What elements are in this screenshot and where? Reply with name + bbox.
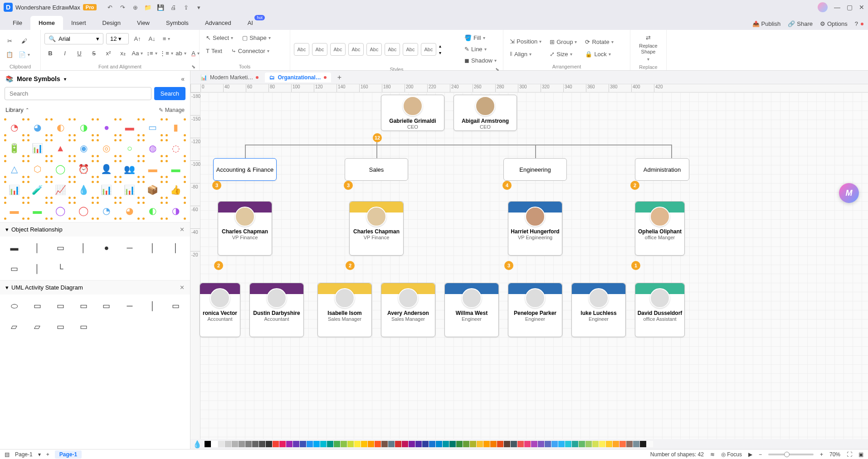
page-tab[interactable]: Page-1 — [55, 450, 82, 459]
org-node-vp[interactable]: Charles Chapman VP Finance — [218, 201, 272, 256]
shape-thumbnail[interactable]: 🧪 — [27, 180, 48, 199]
fill-button[interactable]: 🪣 Fill — [462, 33, 499, 43]
text-align-icon[interactable]: ≡ — [161, 33, 172, 44]
save-icon[interactable]: 💾 — [156, 4, 165, 11]
shape-thumbnail[interactable]: ◔ — [4, 118, 25, 137]
menu-file[interactable]: File — [5, 16, 30, 30]
color-swatch[interactable] — [239, 441, 245, 447]
color-swatch[interactable] — [334, 441, 340, 447]
shape-thumbnail[interactable]: │ — [142, 296, 163, 315]
shape-thumbnail[interactable]: 📊 — [96, 180, 117, 199]
canvas[interactable]: -180-150-120-100-80-60-40-20 Gabrielle G… — [190, 92, 868, 439]
shape-thumbnail[interactable]: 📦 — [142, 180, 163, 199]
shape-thumbnail[interactable]: ◍ — [142, 139, 163, 158]
org-node-employee[interactable]: Avery AndersonSales Manager — [381, 283, 435, 337]
shape-thumbnail[interactable]: ▭ — [165, 296, 186, 315]
tab-organizational[interactable]: 🗂Organizational… — [265, 72, 331, 82]
color-swatch[interactable] — [524, 441, 531, 447]
font-size-combo[interactable]: 12 ▾ — [106, 33, 129, 44]
shape-thumbnail[interactable]: ◔ — [96, 201, 117, 220]
page-list-icon[interactable]: ▤ — [5, 451, 10, 458]
color-swatch[interactable] — [286, 441, 293, 447]
strikethrough-icon[interactable]: S̶ — [88, 47, 100, 59]
highlight-icon[interactable]: ab — [175, 47, 187, 59]
close-icon[interactable]: ✕ — [180, 226, 185, 233]
shape-thumbnail[interactable]: ─ — [119, 238, 140, 257]
shape-thumbnail[interactable]: 👍 — [165, 180, 186, 199]
menu-home[interactable]: Home — [30, 16, 63, 30]
shape-thumbnail[interactable]: ● — [96, 238, 117, 257]
color-swatch[interactable] — [538, 441, 544, 447]
font-family-combo[interactable]: 🔍 Arial ▾ — [44, 33, 103, 44]
shape-thumbnail[interactable]: ▭ — [142, 118, 163, 137]
color-swatch[interactable] — [592, 441, 599, 447]
fullscreen-icon[interactable]: ▣ — [858, 451, 863, 458]
shape-thumbnail[interactable]: ▬ — [27, 201, 48, 220]
connector-tool[interactable]: ⤷ Connector — [229, 46, 272, 56]
shape-thumbnail[interactable]: ◯ — [73, 201, 94, 220]
shape-thumbnail[interactable]: ◕ — [119, 201, 140, 220]
shape-thumbnail[interactable]: │ — [27, 259, 48, 278]
shape-thumbnail[interactable]: ▭ — [50, 296, 71, 315]
menu-symbols[interactable]: Symbols — [158, 16, 197, 30]
shape-thumbnail[interactable]: │ — [142, 238, 163, 257]
search-input[interactable] — [5, 87, 151, 100]
org-node-vp[interactable]: Harriet Hungerford VP Engineering — [508, 201, 562, 256]
color-swatch[interactable] — [205, 441, 211, 447]
dialog-launcher-icon[interactable]: ⬊ — [191, 64, 195, 70]
color-swatch[interactable] — [449, 441, 456, 447]
color-swatch[interactable] — [307, 441, 313, 447]
org-node-dept-finance[interactable]: Accounting & Finance — [213, 158, 277, 181]
color-swatch[interactable] — [551, 441, 558, 447]
shape-thumbnail[interactable]: 🔋 — [4, 139, 25, 158]
shape-thumbnail[interactable]: ▬ — [4, 238, 25, 257]
shape-thumbnail[interactable]: ○ — [119, 139, 140, 158]
format-painter-icon[interactable]: 🖌 — [18, 35, 30, 47]
shape-thumbnail[interactable]: 📊 — [119, 180, 140, 199]
color-swatch[interactable] — [640, 441, 646, 447]
shape-thumbnail[interactable]: 👤 — [96, 159, 117, 179]
org-node-dept-admin[interactable]: Administration — [635, 158, 689, 181]
color-swatch[interactable] — [613, 441, 619, 447]
shadow-button[interactable]: ◼ Shadow — [462, 55, 499, 66]
add-tab-button[interactable]: + — [333, 72, 346, 83]
color-swatch[interactable] — [313, 441, 320, 447]
shape-thumbnail[interactable]: ◑ — [73, 118, 94, 137]
shape-thumbnail[interactable]: ▭ — [27, 296, 48, 315]
focus-button[interactable]: ◎ Focus — [721, 451, 742, 458]
chevron-down-icon[interactable]: ▾ — [64, 77, 66, 82]
shape-thumbnail[interactable]: └ — [50, 259, 71, 278]
style-preset[interactable]: Abc — [348, 43, 364, 56]
color-swatch[interactable] — [225, 441, 231, 447]
text-tool[interactable]: T Text — [203, 46, 225, 56]
shape-thumbnail[interactable]: ▭ — [50, 317, 71, 335]
color-swatch[interactable] — [293, 441, 299, 447]
color-swatch[interactable] — [436, 441, 442, 447]
presentation-icon[interactable]: ▶ — [748, 451, 752, 458]
shape-thumbnail[interactable]: ▱ — [4, 317, 25, 335]
position-button[interactable]: ⇲ Position — [507, 36, 544, 47]
color-swatch[interactable] — [558, 441, 565, 447]
org-node-employee[interactable]: ronica VectorAccountant — [200, 283, 240, 337]
style-preset[interactable]: Abc — [421, 43, 436, 56]
org-node-ceo[interactable]: Gabrielle Grimaldi CEO — [381, 95, 444, 131]
shape-thumbnail[interactable]: │ — [27, 238, 48, 257]
shape-thumbnail[interactable]: 📊 — [27, 139, 48, 158]
org-node-employee[interactable]: Isabelle IsomSales Manager — [317, 283, 372, 337]
color-swatch[interactable] — [388, 441, 395, 447]
new-icon[interactable]: ⊕ — [131, 4, 139, 11]
color-swatch[interactable] — [585, 441, 592, 447]
zoom-value[interactable]: 70% — [829, 451, 840, 458]
color-swatch[interactable] — [409, 441, 415, 447]
shape-thumbnail[interactable]: ◌ — [165, 139, 186, 158]
help-button[interactable]: ? — [855, 20, 863, 27]
subscript-icon[interactable]: x₂ — [117, 47, 129, 59]
shape-thumbnail[interactable]: ⬡ — [27, 159, 48, 179]
chevron-down-icon[interactable]: ▾ — [5, 284, 9, 291]
color-swatch[interactable] — [606, 441, 612, 447]
page-dropdown-icon[interactable]: ▾ — [38, 451, 41, 458]
color-swatch[interactable] — [517, 441, 524, 447]
shape-thumbnail[interactable]: │ — [73, 238, 94, 257]
color-swatch[interactable] — [266, 441, 272, 447]
color-swatch[interactable] — [579, 441, 585, 447]
